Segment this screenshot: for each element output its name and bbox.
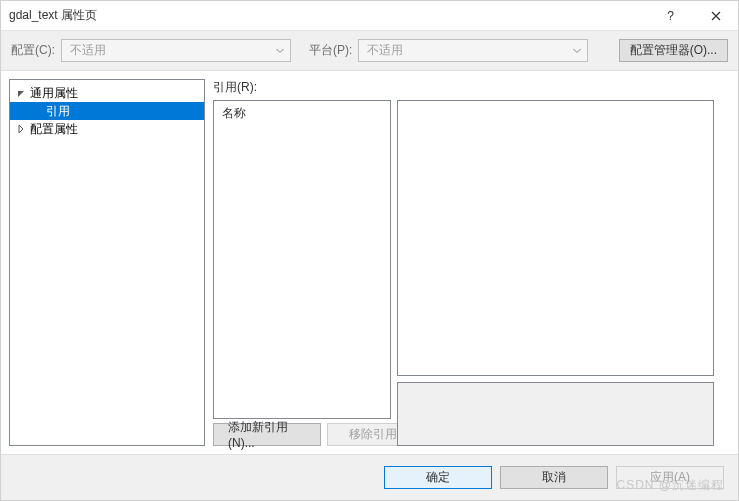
collapsed-arrow-icon: [16, 125, 26, 133]
footer: 确定 取消 应用(A) CSDN @沉迷编程: [1, 454, 738, 500]
config-label: 配置(C):: [11, 42, 55, 59]
reference-list[interactable]: 名称: [213, 100, 391, 419]
apply-button: 应用(A): [616, 466, 724, 489]
tree-item-reference[interactable]: 引用: [10, 102, 204, 120]
ok-button[interactable]: 确定: [384, 466, 492, 489]
toolbar: 配置(C): 不适用 平台(P): 不适用 配置管理器(O)...: [1, 31, 738, 71]
panes: 名称 添加新引用(N)... 移除引用(E): [213, 100, 714, 446]
tree-item-common-properties[interactable]: 通用属性: [10, 84, 204, 102]
property-tree[interactable]: 通用属性 引用 配置属性: [9, 79, 205, 446]
apply-label: 应用(A): [650, 469, 690, 486]
help-button[interactable]: ?: [648, 1, 693, 31]
reference-list-pane: 名称 添加新引用(N)... 移除引用(E): [213, 100, 391, 446]
detail-bottom-box: [397, 382, 714, 446]
cancel-button[interactable]: 取消: [500, 466, 608, 489]
close-button[interactable]: [693, 1, 738, 31]
name-column-header[interactable]: 名称: [214, 101, 390, 126]
tree-label: 引用: [46, 103, 70, 120]
tree-label: 配置属性: [30, 121, 78, 138]
close-icon: [711, 11, 721, 21]
add-reference-button[interactable]: 添加新引用(N)...: [213, 423, 321, 446]
detail-top-box: [397, 100, 714, 376]
property-page-window: gdal_text 属性页 ? 配置(C): 不适用 平台(P): 不适用: [0, 0, 739, 501]
list-buttons: 添加新引用(N)... 移除引用(E): [213, 423, 391, 446]
config-manager-label: 配置管理器(O)...: [630, 42, 717, 59]
ok-label: 确定: [426, 469, 450, 486]
platform-value: 不适用: [367, 42, 403, 59]
platform-combo[interactable]: 不适用: [358, 39, 588, 62]
cancel-label: 取消: [542, 469, 566, 486]
titlebar: gdal_text 属性页 ?: [1, 1, 738, 31]
chevron-down-icon: [276, 48, 284, 53]
platform-label: 平台(P):: [309, 42, 352, 59]
help-icon: ?: [667, 9, 674, 23]
config-manager-button[interactable]: 配置管理器(O)...: [619, 39, 728, 62]
tree-label: 通用属性: [30, 85, 78, 102]
detail-pane: [397, 100, 714, 446]
config-combo[interactable]: 不适用: [61, 39, 291, 62]
expanded-arrow-icon: [16, 89, 26, 97]
add-reference-label: 添加新引用(N)...: [228, 419, 306, 450]
window-title: gdal_text 属性页: [9, 7, 648, 24]
reference-label: 引用(R):: [213, 79, 714, 96]
chevron-down-icon: [573, 48, 581, 53]
right-panel: 引用(R): 名称 添加新引用(N)... 移除引用(E): [213, 79, 714, 446]
tree-item-config-properties[interactable]: 配置属性: [10, 120, 204, 138]
config-value: 不适用: [70, 42, 106, 59]
body: 通用属性 引用 配置属性 引用(R): 名称: [1, 71, 738, 454]
